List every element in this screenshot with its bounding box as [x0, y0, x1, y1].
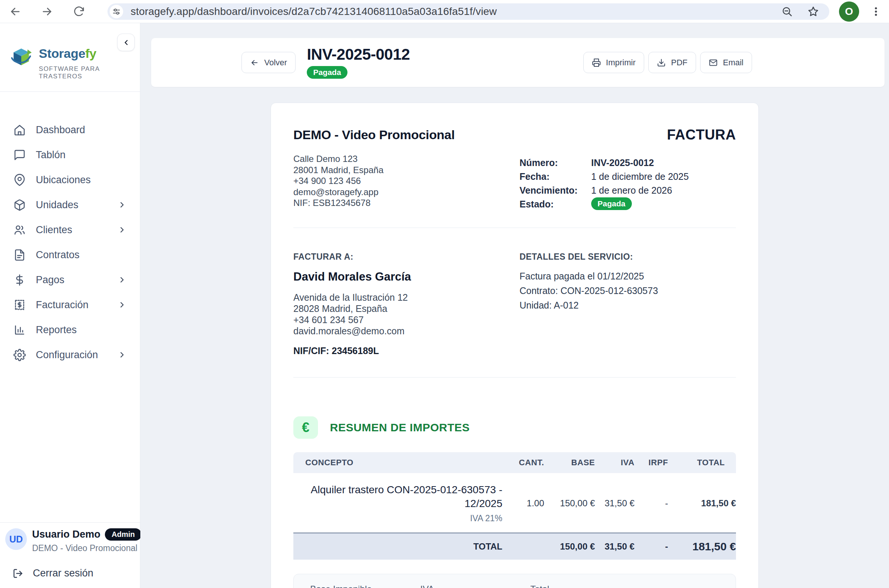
bar-chart-icon [14, 324, 26, 336]
line-concept: Alquiler trastero CON-2025-012-630573 - … [293, 483, 502, 510]
sidebar-item-unidades[interactable]: Unidades [7, 196, 133, 213]
gear-icon [14, 349, 26, 361]
user-name: Usuario Demo [32, 529, 101, 540]
customer-name: David Morales García [293, 270, 411, 284]
home-icon [14, 124, 26, 136]
company-address: Calle Demo 123 28001 Madrid, España +34 … [293, 153, 455, 208]
users-icon [14, 224, 26, 236]
line-base: 150,00 € [544, 473, 595, 533]
browser-profile-avatar[interactable]: O [839, 2, 859, 22]
back-button[interactable]: Volver [242, 52, 296, 73]
meta-row-vencimiento: Vencimiento: 1 de enero de 2026 [520, 184, 736, 197]
print-button[interactable]: Imprimir [583, 52, 644, 73]
sidebar: Storagefy SOFTWARE PARA TRASTEROS Dashbo… [0, 23, 140, 588]
meta-row-estado: Estado: Pagada [520, 197, 736, 211]
zoom-out-icon[interactable] [781, 6, 793, 17]
url-text[interactable]: storagefy.app/dashboard/invoices/d2a7cb7… [131, 6, 767, 18]
app-shell: Storagefy SOFTWARE PARA TRASTEROS Dashbo… [0, 23, 889, 588]
customer-nif: NIF/CIF: 23456189L [293, 345, 411, 356]
bookmark-star-icon[interactable] [808, 6, 819, 17]
receipt-icon [14, 299, 26, 311]
brand-tagline: SOFTWARE PARA TRASTEROS [39, 65, 131, 80]
chevron-right-icon [117, 200, 126, 209]
logout-button[interactable]: Cerrar sesión [5, 565, 135, 581]
printer-icon [592, 58, 601, 67]
address-bar[interactable]: storagefy.app/dashboard/invoices/d2a7cb7… [108, 3, 829, 20]
user-company: DEMO - Video Promocional [32, 543, 135, 553]
sidebar-item-configuracion[interactable]: Configuración [7, 346, 133, 363]
sidebar-item-reportes[interactable]: Reportes [7, 322, 133, 338]
chevron-right-icon [117, 350, 126, 359]
line-items-table: CONCEPTO CANT. BASE IVA IRPF TOTAL Alqui… [293, 452, 736, 560]
mail-icon [709, 58, 718, 67]
invoice-meta: Número: INV-2025-0012 Fecha: 1 de diciem… [520, 156, 736, 211]
bill-to-block: FACTURAR A: David Morales García Avenida… [293, 252, 411, 356]
role-badge: Admin [105, 528, 141, 541]
table-total-row: TOTAL 150,00 € 31,50 € - 181,50 € [293, 533, 736, 560]
total-iva: 31,50 € [595, 533, 634, 560]
customer-address: Avenida de la Ilustración 12 28028 Madri… [293, 292, 411, 336]
chevron-right-icon [117, 275, 126, 284]
dollar-icon [14, 274, 26, 286]
sidebar-item-facturacion[interactable]: Facturación [7, 297, 133, 313]
logout-icon [13, 568, 23, 579]
table-header-row: CONCEPTO CANT. BASE IVA IRPF TOTAL [293, 452, 736, 473]
sidebar-item-contratos[interactable]: Contratos [7, 247, 133, 263]
service-details-block: DETALLES DEL SERVICIO: Factura pagada el… [520, 252, 736, 356]
total-irpf: - [634, 533, 668, 560]
sidebar-footer: UD Usuario Demo Admin DEMO - Video Promo… [0, 522, 140, 588]
browser-forward-button[interactable] [40, 4, 54, 19]
brand-name: Storagefy [39, 46, 131, 61]
brand: Storagefy SOFTWARE PARA TRASTEROS [0, 23, 140, 80]
chevron-left-icon [122, 38, 130, 46]
page-title: INV-2025-0012 [307, 46, 410, 62]
sidebar-item-tablon[interactable]: Tablón [7, 147, 133, 163]
amounts-summary-section: € RESUMEN DE IMPORTES CONCEPTO CANT. BAS… [293, 378, 736, 588]
user-card[interactable]: UD Usuario Demo Admin DEMO - Video Promo… [5, 528, 135, 553]
line-vat-note: IVA 21% [293, 513, 502, 524]
browser-reload-button[interactable] [72, 4, 86, 19]
summary-heading: RESUMEN DE IMPORTES [330, 421, 470, 434]
invoice-document: DEMO - Video Promocional Calle Demo 123 … [270, 103, 759, 588]
sidebar-item-pagos[interactable]: Pagos [7, 272, 133, 288]
sidebar-nav: Dashboard Tablón Ubicaciones Unidades Cl… [0, 92, 140, 372]
table-row: Alquiler trastero CON-2025-012-630573 - … [293, 473, 736, 533]
board-icon [14, 149, 26, 161]
browser-chrome: storagefy.app/dashboard/invoices/d2a7cb7… [0, 0, 889, 23]
main-content: Volver INV-2025-0012 Pagada Imprimir PDF [140, 23, 889, 588]
arrow-left-icon [250, 58, 259, 67]
invoice-header-section: DEMO - Video Promocional Calle Demo 123 … [293, 103, 736, 228]
page-header: Volver INV-2025-0012 Pagada Imprimir PDF [151, 38, 884, 87]
storagefy-logo-icon [11, 46, 32, 68]
sidebar-item-dashboard[interactable]: Dashboard [7, 122, 133, 138]
user-avatar: UD [5, 528, 27, 550]
site-settings-icon[interactable] [110, 5, 123, 18]
line-iva: 31,50 € [595, 473, 634, 533]
sidebar-collapse-button[interactable] [117, 34, 135, 51]
service-details: Factura pagada el 01/12/2025 Contrato: C… [520, 270, 736, 312]
email-button[interactable]: Email [700, 52, 752, 73]
sidebar-item-ubicaciones[interactable]: Ubicaciones [7, 172, 133, 188]
line-quantity: 1.00 [502, 473, 544, 533]
total-amount: 181,50 € [668, 533, 736, 560]
invoice-status-badge: Pagada [591, 197, 632, 210]
billing-section: FACTURAR A: David Morales García Avenida… [293, 228, 736, 377]
chevron-right-icon [117, 225, 126, 234]
company-name: DEMO - Video Promocional [293, 128, 455, 142]
grand-total-block: Total 181,50 € [530, 584, 580, 588]
line-irpf: - [634, 473, 668, 533]
invoice-date: 1 de diciembre de 2025 [591, 171, 689, 182]
pdf-download-button[interactable]: PDF [648, 52, 696, 73]
iva-block: IVA 31,50 € [420, 584, 530, 588]
sidebar-item-clientes[interactable]: Clientes [7, 222, 133, 238]
package-icon [14, 199, 26, 211]
status-badge: Pagada [307, 66, 347, 79]
line-total: 181,50 € [668, 473, 736, 533]
map-pin-icon [14, 174, 26, 186]
total-base: 150,00 € [544, 533, 595, 560]
browser-menu-icon[interactable] [870, 6, 881, 17]
browser-back-button[interactable] [8, 4, 23, 19]
file-text-icon [14, 249, 26, 261]
totals-summary-card: Base Imponible 150,00 € IVA 31,50 € Tota… [293, 574, 736, 588]
euro-icon: € [293, 416, 318, 439]
